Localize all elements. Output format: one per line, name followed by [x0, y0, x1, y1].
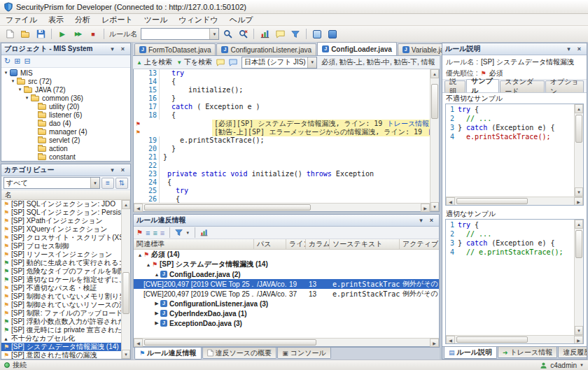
tree-item[interactable]: listener (6): [1, 111, 130, 119]
scrollbar-track[interactable]: [575, 229, 583, 326]
tree-item[interactable]: servlet (2): [1, 136, 130, 144]
code-line[interactable]: 13 try: [134, 69, 430, 78]
tab-configurationlistener[interactable]: JConfigurationListener.java: [216, 43, 316, 55]
scroll-up-icon[interactable]: ▲: [575, 104, 583, 113]
export-report-icon[interactable]: [200, 229, 208, 236]
pin-icon[interactable]: ▾: [564, 45, 573, 54]
run-all-button[interactable]: ▶▶: [71, 27, 85, 41]
violations-horizontal-scrollbar[interactable]: ◀ ▶: [134, 338, 439, 346]
code-line[interactable]: 16 }: [134, 94, 430, 103]
category-item[interactable]: ⚑[SP] SQLインジェクション: Persistence: [1, 208, 121, 217]
column-path[interactable]: パス: [254, 239, 286, 249]
code-line[interactable]: 14 {: [134, 78, 430, 86]
menu-item-file[interactable]: ファイル: [0, 14, 43, 25]
filter-icon[interactable]: [175, 229, 183, 236]
violation-file-row[interactable]: ▲JConfigLoader.java (2): [134, 269, 439, 279]
scrollbar-track[interactable]: [122, 209, 130, 350]
scrollbar-thumb[interactable]: [456, 336, 528, 343]
flat-view-icon[interactable]: ≡: [160, 229, 164, 237]
tree-item[interactable]: ▾src (72): [1, 77, 130, 85]
tab-rule-description[interactable]: ▤ルール説明: [444, 347, 497, 359]
column-source[interactable]: ソーステキスト: [330, 239, 400, 249]
editor-vertical-scrollbar[interactable]: ▲ ▼: [430, 69, 439, 211]
category-item[interactable]: ⚑[SP] SQLインジェクション: JDO: [1, 200, 121, 208]
tree-item[interactable]: ▾JAVA (72): [1, 85, 130, 94]
code-line[interactable]: 15 initialize();: [134, 86, 430, 94]
column-column[interactable]: カラム: [306, 239, 330, 249]
category-column-header[interactable]: 名: [1, 190, 130, 200]
open-button[interactable]: [18, 27, 32, 41]
scrollbar-thumb[interactable]: [431, 84, 438, 119]
code-line[interactable]: 21}: [134, 153, 430, 162]
tree-item[interactable]: action: [1, 144, 130, 152]
clear-search-button[interactable]: [236, 27, 250, 41]
sort-button[interactable]: ⇅: [115, 178, 128, 189]
expand-arrow-icon[interactable]: ▾: [3, 70, 9, 76]
expand-arrow-icon[interactable]: ▶: [153, 301, 160, 306]
menu-item-window[interactable]: ウィンドウ: [173, 14, 223, 25]
message-toggle-2-button[interactable]: [229, 59, 237, 66]
tree-item[interactable]: constant: [1, 152, 130, 161]
pin-icon[interactable]: ▾: [108, 166, 117, 175]
pin-icon[interactable]: ▾: [108, 45, 117, 54]
code-line[interactable]: 17 catch ( Exception e ): [134, 103, 430, 111]
category-item[interactable]: ⚑[SP] 制限: ファイルのアップロード(Struts): [1, 309, 121, 318]
tab-console[interactable]: ▣コンソール: [277, 348, 330, 359]
code-lines[interactable]: 13 try 14 { 15 initialize(); 16 } 17 cat…: [134, 69, 430, 203]
tree-item[interactable]: manager (4): [1, 127, 130, 136]
violation-message-line[interactable]: ⚑[必須][SP] システムデータ情報漏洩, ライン: 19 トレース情報: [134, 120, 430, 128]
category-item[interactable]: ⚑[SP] 適切なロケールを指定せずに、ロケー: [1, 276, 121, 284]
tree-item[interactable]: utility (20): [1, 102, 130, 111]
scroll-right-icon[interactable]: ▶: [421, 204, 430, 212]
tree-item[interactable]: dao (4): [1, 119, 130, 127]
category-group-header[interactable]: ▲不十分なカプセル化: [1, 334, 121, 343]
code-line[interactable]: 19 e.printStackTrace();: [134, 136, 430, 145]
column-standard[interactable]: 関連標準: [134, 239, 254, 249]
scroll-left-icon[interactable]: ◀: [446, 197, 455, 206]
menu-item-analysis[interactable]: 分析: [69, 14, 96, 25]
search-up-button[interactable]: ▲上を検索: [136, 57, 172, 67]
column-activeguide[interactable]: アクティブガイド: [400, 239, 439, 249]
chevron-down-icon[interactable]: ▼: [580, 363, 584, 367]
scrollbar-thumb[interactable]: [122, 272, 130, 314]
layout-button[interactable]: [310, 27, 324, 41]
violation-group-row[interactable]: ▲⚑必須 (14): [134, 250, 439, 259]
code-line[interactable]: 25 try: [134, 187, 430, 195]
new-file-button[interactable]: [3, 27, 17, 41]
collapse-arrow-icon[interactable]: ▲: [4, 336, 11, 341]
code-line[interactable]: 18 {: [134, 111, 430, 120]
scrollbar-thumb[interactable]: [575, 115, 582, 143]
collapse-all-icon[interactable]: ⊟: [24, 57, 30, 66]
scrollbar-track[interactable]: [143, 339, 430, 346]
scrollbar-thumb[interactable]: [575, 230, 582, 258]
scroll-down-icon[interactable]: ▼: [575, 187, 583, 197]
scrollbar-thumb[interactable]: [456, 198, 528, 204]
violation-row[interactable]: [CWE]200,497 [2019 CWE Top 25 ... /JAVA/…: [134, 279, 439, 289]
code-line[interactable]: 24 {: [134, 178, 430, 187]
tab-standard[interactable]: スタンダード: [500, 80, 544, 92]
code-line[interactable]: 20 }: [134, 145, 430, 153]
rule-name-combobox[interactable]: ▼: [141, 28, 219, 40]
menu-item-view[interactable]: 表示: [43, 14, 69, 25]
bad-sample-code[interactable]: 1try { 2 // ... 3} catch (Exception e) {…: [446, 104, 574, 197]
encoding-combobox[interactable]: 日本語 (シフト JIS) ▼: [241, 57, 317, 69]
code-line[interactable]: 22: [134, 162, 430, 170]
save-button[interactable]: [34, 27, 48, 41]
violation-file-row[interactable]: ▶JExceptionDao.java (3): [134, 318, 439, 328]
scrollbar-track[interactable]: [455, 336, 574, 343]
scroll-up-icon[interactable]: ▲: [430, 69, 439, 78]
tab-rule-violations[interactable]: ⚑ルール違反情報: [134, 348, 202, 360]
chevron-down-icon[interactable]: ▼: [209, 29, 218, 39]
menu-item-tools[interactable]: ツール: [139, 14, 174, 25]
violation-messages-button[interactable]: [273, 27, 287, 41]
close-icon[interactable]: ×: [427, 216, 436, 225]
report-button[interactable]: [258, 27, 272, 41]
scrollbar-track[interactable]: [430, 78, 439, 202]
good-sample-code[interactable]: 1try { 2 // ... 3} catch (Exception e) {…: [446, 220, 574, 335]
tab-options[interactable]: オプション: [545, 80, 584, 92]
stop-analysis-button[interactable]: ■: [86, 27, 100, 41]
editor-horizontal-scrollbar[interactable]: ◀ ▶: [134, 203, 430, 211]
good-sample-vscrollbar[interactable]: ▲ ▼: [574, 220, 583, 335]
expand-arrow-icon[interactable]: ▾: [10, 78, 16, 84]
violation-file-row[interactable]: ▶JConfigurationListener.java (3): [134, 299, 439, 308]
